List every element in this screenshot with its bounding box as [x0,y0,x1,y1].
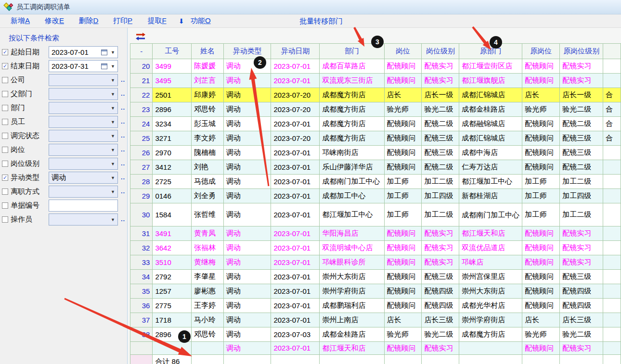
filter-checkbox-单据编号[interactable] [2,202,8,209]
chevron-down-icon[interactable]: ▼ [108,78,117,83]
chevron-down-icon[interactable]: ▼ [108,176,117,180]
column-header-部门[interactable]: 部门 [320,44,384,59]
chevron-down-icon[interactable]: ▼ [108,134,117,138]
cell-old_level: 验光二级 [560,102,603,117]
column-header-工号[interactable]: 工号 [153,44,191,59]
table-row[interactable]: 调动2023-07-01都江堰天和店配镜顾问配镜实习配镜顾问配镜实习 [130,342,621,355]
cell-old_dept: 双流优品道店 [459,241,522,255]
cell-old_dept: 都江堰壹街区店 [459,59,522,74]
cell-name: 刘芷言 [191,74,223,88]
filter-checkbox-员工[interactable] [2,119,8,125]
chevron-down-icon[interactable]: ▼ [108,64,117,69]
extract-button[interactable]: 提取F [143,16,171,25]
calendar-icon[interactable] [101,50,107,55]
more-options-button[interactable]: .. [121,189,125,193]
chevron-down-icon[interactable]: ▼ [108,162,117,166]
filter-checkbox-起始日期[interactable]: ✓ [2,49,8,55]
chevron-down-icon[interactable]: ▼ [108,92,117,97]
cell-extra [603,189,621,203]
swap-columns-icon[interactable] [135,33,146,40]
chevron-down-icon[interactable]: ▼ [108,189,117,194]
dropdown-select[interactable]: ▼ [49,88,118,100]
more-options-button[interactable]: .. [121,148,125,151]
column-header-姓名[interactable]: 姓名 [191,44,223,59]
table-row[interactable]: 333510黄继梅调动2023-07-01邛崃眼科诊所配镜顾问配镜实习邛崃店配镜… [130,255,621,270]
filter-checkbox-父部门[interactable] [2,91,8,97]
date-input[interactable]: 2023-07-01▼ [49,46,118,58]
more-options-button[interactable]: .. [121,92,125,96]
table-row[interactable]: 351257廖彬惠调动2023-07-01崇州学府街店配镜顾问配镜四级崇州大东街… [130,284,621,299]
more-options-button[interactable]: .. [121,162,125,165]
table-row[interactable]: 203499陈媛媛调动2023-07-01成都百草路店配镜顾问配镜实习都江堰壹街… [130,59,621,74]
delete-button[interactable]: 删除D [75,16,103,25]
cell-num: 32 [130,241,153,255]
more-options-button[interactable]: .. [121,134,125,138]
table-row[interactable]: 382896邓思铃调动2023-07-03成都金桂路店验光师验光二级成都魔方街店… [130,327,621,342]
table-row[interactable]: 222501邱康婷调动2023-07-20成都魔方街店店长店长一级成都汇锦城店店… [130,88,621,102]
column-header-岗位级别[interactable]: 岗位级别 [422,44,459,59]
more-options-button[interactable]: .. [121,106,125,110]
add-button[interactable]: 新增A [6,16,34,25]
table-row[interactable]: 371718马小玲调动2023-07-01崇州上南店店长店长三级崇州学府街店店长… [130,313,621,327]
table-row[interactable]: 290146刘全勇调动2023-07-01成都加工中心加工师加工四级新都桂湖店加… [130,189,621,203]
column-header-岗位[interactable]: 岗位 [384,44,422,59]
function-button[interactable]: 功能O [187,16,215,25]
table-row[interactable]: 362775王李婷调动2023-07-01成都鹏瑞利店配镜顾问配镜四级成都光华村… [130,299,621,313]
cell-date: 2023-07-20 [271,88,320,102]
print-button[interactable]: 打印P [109,16,137,25]
cell-old_level: 验光二级 [560,327,603,342]
column-header--[interactable]: - [130,44,153,59]
chevron-down-icon[interactable]: ▼ [108,148,117,152]
table-row[interactable]: 213495刘芷言调动2023-07-01双流观东三街店配镜顾问配镜实习都江堰旗… [130,74,621,88]
filter-checkbox-部门[interactable] [2,105,8,111]
table-row[interactable]: 262970隗楠楠调动2023-07-01邛崃南街店配镜顾问配镜三级成都中海店配… [130,146,621,160]
text-input[interactable] [49,200,118,212]
filter-checkbox-调完状态[interactable] [2,133,8,139]
more-options-button[interactable]: .. [121,217,125,221]
dropdown-select[interactable]: ▼ [49,144,118,156]
filter-checkbox-离职方式[interactable] [2,188,8,195]
filter-checkbox-结束日期[interactable]: ✓ [2,63,8,69]
filter-label: 岗位级别 [11,159,39,168]
table-row[interactable]: 313491黄青凤调动2023-07-01华阳海昌店配镜顾问配镜实习都江堰天和店… [130,226,621,241]
dropdown-select[interactable]: ▼ [49,213,118,226]
chevron-down-icon[interactable]: ▼ [108,120,117,125]
chevron-down-icon[interactable]: ▼ [108,50,117,55]
dropdown-select[interactable]: 调动▼ [49,172,118,184]
dropdown-select[interactable]: ▼ [49,116,118,128]
table-row[interactable]: 273412刘艳调动2023-07-01乐山伊藤洋华店配镜顾问配镜二级仁寿万达店… [130,160,621,175]
table-row[interactable]: 243234彭玉城调动2023-07-01成都魔方街店配镜顾问配镜二级成都融锦城… [130,117,621,131]
batch-transfer-department-button[interactable]: 批量转移部门 [299,17,343,26]
more-options-button[interactable]: .. [121,176,125,179]
date-input[interactable]: 2023-07-31▼ [49,60,118,72]
filter-label: 部门 [11,103,25,113]
table-row[interactable]: 232896邓思铃调动2023-07-20成都魔方街店验光师验光二级成都金桂路店… [130,102,621,117]
column-header-异动类型[interactable]: 异动类型 [223,44,271,59]
chevron-down-icon[interactable]: ▼ [108,217,117,222]
edit-button[interactable]: 修改E [40,16,68,25]
dropdown-select[interactable]: ▼ [49,158,118,170]
column-header-extra[interactable] [603,44,621,59]
more-options-button[interactable]: .. [121,78,125,82]
filter-checkbox-岗位级别[interactable] [2,161,8,167]
table-row[interactable]: 323642张福林调动2023-07-01双流明城中心店配镜顾问配镜实习双流优品… [130,241,621,255]
filter-checkbox-岗位[interactable] [2,147,8,153]
column-header-原部门[interactable]: 原部门 [459,44,522,59]
table-row[interactable]: 253271李文婷调动2023-07-20成都魔方街店配镜顾问配镜三级成都汇锦城… [130,131,621,146]
calendar-icon[interactable] [101,63,107,69]
filter-checkbox-操作员[interactable] [2,216,8,223]
dropdown-select[interactable]: ▼ [49,130,118,142]
column-header-异动日期[interactable]: 异动日期 [271,44,320,59]
chevron-down-icon[interactable]: ▼ [108,106,117,111]
column-header-原岗位级别[interactable]: 原岗位级别 [560,44,603,59]
filter-checkbox-异动类型[interactable]: ✓ [2,175,8,181]
filter-checkbox-公司[interactable] [2,77,8,83]
dropdown-select[interactable]: ▼ [49,102,118,114]
column-header-原岗位[interactable]: 原岗位 [522,44,560,59]
dropdown-select[interactable]: ▼ [49,186,118,198]
table-row[interactable]: 342792李肇星调动2023-07-01崇州大东街店配镜顾问配镜三级崇州宫保里… [130,270,621,284]
table-row[interactable]: 301584张哲维调动2023-07-01都江堰加工中心加工师加工二级成都南门加… [130,203,621,226]
more-options-button[interactable]: .. [121,120,125,124]
dropdown-select[interactable]: ▼ [49,74,118,86]
table-row[interactable]: 282725马德成调动2023-07-01成都南门加工中心加工师加工二级都江堰加… [130,175,621,189]
